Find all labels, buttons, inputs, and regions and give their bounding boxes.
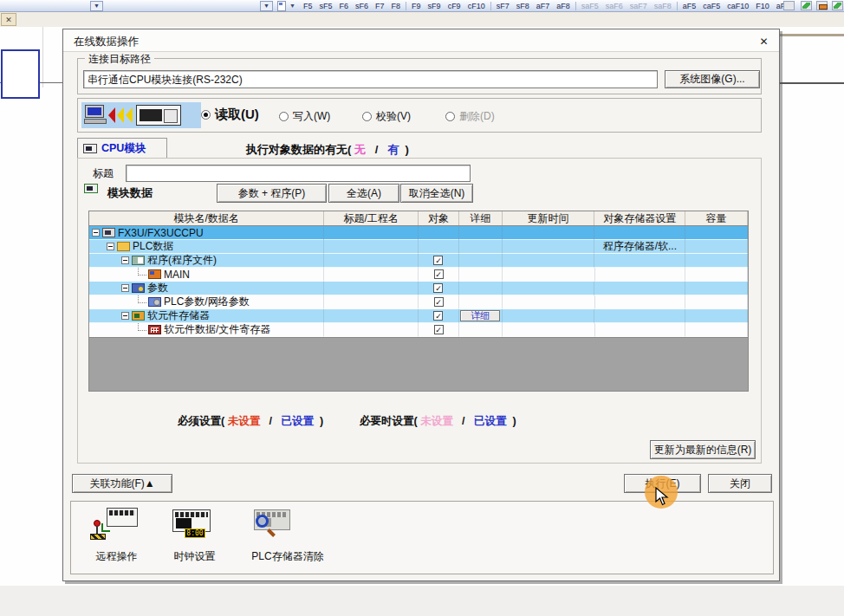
table-cell (419, 240, 459, 254)
title-field[interactable] (126, 165, 471, 182)
table-cell (459, 295, 503, 309)
table-row[interactable]: MAIN✓ (89, 268, 748, 282)
combo-dropdown-icon-2[interactable]: ▼ (260, 0, 273, 11)
tree-collapse-icon[interactable] (92, 229, 100, 237)
radio-verify[interactable]: 校验(V) (362, 109, 411, 124)
column-header[interactable]: 详细 (459, 211, 503, 225)
table-row[interactable]: 参数✓ (89, 282, 748, 295)
column-header[interactable]: 更新时间 (503, 211, 595, 225)
fkey-button-cF9[interactable]: cF9 (445, 1, 464, 12)
target-data-info: 执行对象数据的有无( 无 / 有 ) (246, 142, 409, 158)
target-checkbox[interactable]: ✓ (434, 325, 444, 334)
table-row[interactable]: 软元件存储器✓详细 (89, 309, 748, 323)
clock-setting-label: 时钟设置 (149, 549, 240, 564)
table-cell (459, 254, 503, 268)
clock-setting-icon[interactable]: 8:00 (169, 508, 217, 546)
param-program-button[interactable]: 参数 + 程序(P) (217, 184, 327, 203)
tree-collapse-icon[interactable] (107, 243, 114, 250)
ladder-rung-line-right (776, 82, 844, 84)
table-cell (595, 323, 686, 337)
memory-setting: 程序存储器/软... (603, 240, 677, 254)
device-test-icon[interactable] (799, 0, 814, 11)
target-checkbox[interactable]: ✓ (434, 297, 444, 307)
optional-not-set-label: 未设置 (420, 415, 453, 427)
row-name: 软元件数据/文件寄存器 (164, 323, 270, 337)
connection-target-group: 连接目标路径 串行通信CPU模块连接(RS-232C) 系统图像(G)... (77, 58, 762, 94)
radio-read[interactable]: 读取(U) (201, 107, 259, 123)
column-header[interactable]: 对象 (419, 211, 459, 225)
new-page-icon[interactable] (277, 0, 286, 11)
fkey-button-F6[interactable]: F6 (336, 1, 353, 12)
connection-group-label: 连接目标路径 (85, 52, 154, 67)
radio-circle (279, 112, 289, 121)
fkey-button-cF10[interactable]: cF10 (464, 1, 489, 12)
execute-button[interactable]: 执行(E) (624, 474, 701, 493)
radio-write[interactable]: 写入(W) (279, 109, 330, 124)
fkey-button-caF10[interactable]: caF10 (724, 1, 752, 12)
table-cell (503, 226, 595, 240)
column-header[interactable]: 容量 (685, 211, 748, 225)
combo-dropdown-icon[interactable]: ▼ (90, 0, 103, 11)
fkey-button-caF5[interactable]: caF5 (699, 1, 724, 12)
close-button[interactable]: 关闭 (708, 474, 772, 493)
ladder-cell-cursor[interactable] (1, 49, 40, 99)
system-image-button[interactable]: 系统图像(G)... (665, 70, 760, 88)
target-checkbox[interactable]: ✓ (434, 269, 444, 279)
table-cell: ✓ (419, 323, 459, 337)
table-row[interactable]: 软元件数据/文件寄存器✓ (89, 323, 748, 337)
column-header[interactable]: 对象存储器设置 (594, 211, 685, 225)
tab-cpu-module[interactable]: CPU模块 (77, 138, 167, 159)
detail-button[interactable]: 详细 (460, 310, 500, 321)
coil-icon[interactable] (830, 0, 844, 11)
fkey-button-aF5[interactable]: aF5 (679, 1, 700, 12)
dialog-titlebar[interactable]: 在线数据操作 ✕ (63, 29, 779, 52)
fkey-button-saF6: saF6 (602, 1, 627, 12)
tree-collapse-icon[interactable] (121, 284, 129, 292)
target-checkbox[interactable]: ✓ (433, 311, 443, 321)
fkey-button-F7[interactable]: F7 (372, 1, 388, 12)
title-field-label: 标题 (93, 166, 114, 181)
plc-memory-clear-icon[interactable] (249, 508, 297, 546)
radio-circle (362, 112, 372, 121)
table-cell (324, 323, 419, 337)
deselect-all-button[interactable]: 取消全选(N) (400, 184, 473, 203)
remote-operation-icon[interactable] (93, 508, 141, 546)
fkey-button-sF7[interactable]: sF7 (493, 1, 513, 12)
tree-collapse-icon[interactable] (121, 312, 129, 320)
fkey-button-sF9[interactable]: sF9 (425, 1, 445, 12)
editor-tab-close-icon[interactable]: ✕ (1, 13, 16, 26)
target-checkbox[interactable]: ✓ (433, 283, 443, 293)
table-empty-area (89, 337, 748, 392)
toolbar-separator (677, 2, 678, 10)
dialog-close-icon[interactable]: ✕ (756, 34, 771, 49)
folder-icon (117, 242, 130, 251)
select-all-button[interactable]: 全选(A) (328, 184, 399, 203)
fkey-button-F5[interactable]: F5 (300, 1, 316, 12)
column-header[interactable]: 标题/工程名 (324, 211, 419, 225)
tree-collapse-icon[interactable] (121, 256, 129, 264)
table-row[interactable]: FX3U/FX3UCCPU (89, 226, 748, 240)
table-row[interactable]: PLC数据程序存储器/软... (89, 240, 748, 254)
contact-icon[interactable] (815, 0, 829, 11)
fkey-button-F10[interactable]: F10 (752, 1, 773, 12)
refresh-button[interactable]: 更新为最新的信息(R) (650, 440, 756, 459)
fkey-button-F8[interactable]: F8 (388, 1, 405, 12)
column-header[interactable]: 模块名/数据名 (89, 211, 324, 225)
st-window-icon[interactable] (782, 0, 796, 11)
fkey-button-F9[interactable]: F9 (408, 1, 425, 12)
toolbar-overflow-icon[interactable]: ▼ (289, 0, 295, 11)
fkey-button-sF5[interactable]: sF5 (316, 1, 336, 12)
table-cell (503, 295, 595, 309)
arrow-left-icon (126, 107, 133, 123)
fkey-button-sF8[interactable]: sF8 (513, 1, 533, 12)
target-checkbox[interactable]: ✓ (433, 256, 443, 265)
table-row[interactable]: 程序(程序文件)✓ (89, 254, 748, 268)
table-cell: ✓ (419, 268, 459, 282)
related-functions-button[interactable]: 关联功能(F)▲ (72, 474, 172, 493)
fkey-button-sF6[interactable]: sF6 (352, 1, 372, 12)
fkey-button-aF8[interactable]: aF8 (553, 1, 574, 12)
table-cell (459, 282, 503, 295)
table-row[interactable]: PLC参数/网络参数✓ (89, 295, 748, 309)
fkey-button-aF7[interactable]: aF7 (533, 1, 554, 12)
connection-path-field[interactable]: 串行通信CPU模块连接(RS-232C) (83, 70, 658, 88)
